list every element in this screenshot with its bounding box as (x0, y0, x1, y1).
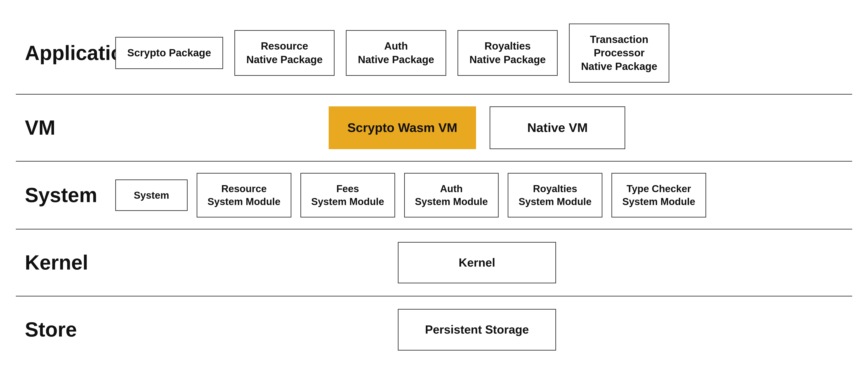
persistent-storage-box: Persistent Storage (398, 309, 556, 351)
vm-layer-content: Scrypto Wasm VM Native VM (102, 102, 852, 154)
kernel-layer: Kernel Kernel (16, 229, 852, 296)
type-checker-system-module-box: Type CheckerSystem Module (612, 173, 706, 217)
application-layer-label: Application (16, 41, 102, 65)
system-layer-content: System ResourceSystem Module FeesSystem … (102, 168, 852, 222)
scrypto-wasm-vm-box: Scrypto Wasm VM (329, 106, 476, 149)
store-layer-content: Persistent Storage (102, 305, 852, 355)
system-box: System (115, 179, 188, 211)
resource-system-module-box: ResourceSystem Module (197, 173, 291, 217)
native-vm-box: Native VM (490, 106, 625, 149)
vm-layer: VM Scrypto Wasm VM Native VM (16, 95, 852, 162)
store-layer: Store Persistent Storage (16, 296, 852, 363)
kernel-layer-label: Kernel (16, 251, 102, 274)
application-layer-content: Scrypto Package ResourceNative Package A… (102, 19, 852, 87)
system-layer: System System ResourceSystem Module Fees… (16, 162, 852, 229)
royalties-native-package-box: RoyaltiesNative Package (458, 30, 558, 76)
system-layer-label: System (16, 183, 102, 207)
fees-system-module-box: FeesSystem Module (301, 173, 395, 217)
vm-layer-label: VM (16, 116, 102, 139)
kernel-box: Kernel (398, 242, 556, 284)
auth-system-module-box: AuthSystem Module (404, 173, 499, 217)
store-layer-label: Store (16, 318, 102, 341)
transaction-processor-native-package-box: TransactionProcessorNative Package (569, 24, 669, 83)
architecture-diagram: Application Scrypto Package ResourceNati… (16, 12, 852, 363)
kernel-layer-content: Kernel (102, 237, 852, 288)
application-layer: Application Scrypto Package ResourceNati… (16, 12, 852, 95)
scrypto-package-box: Scrypto Package (115, 37, 223, 69)
resource-native-package-box: ResourceNative Package (235, 30, 335, 76)
royalties-system-module-box: RoyaltiesSystem Module (508, 173, 602, 217)
auth-native-package-box: AuthNative Package (346, 30, 446, 76)
